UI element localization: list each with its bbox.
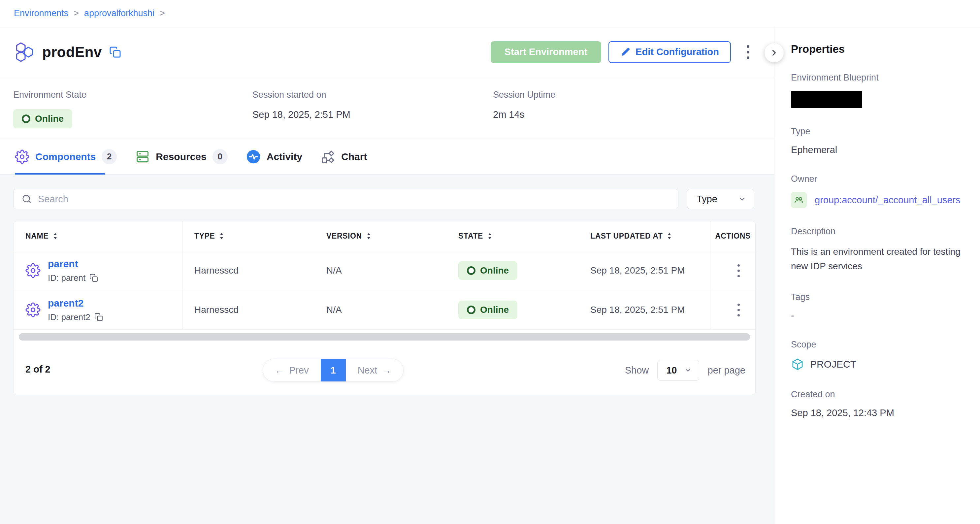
prev-page-button[interactable]: ← Prev — [263, 359, 321, 381]
gear-icon — [25, 302, 41, 317]
chevron-right-icon — [770, 48, 779, 57]
tab-bar: Components 2 Resources 0 A — [0, 139, 774, 175]
page-size-select[interactable]: 10 — [657, 360, 699, 381]
tab-resources[interactable]: Resources 0 — [135, 149, 228, 164]
state-value: Online — [480, 265, 509, 276]
version-cell: N/A — [315, 251, 447, 290]
tab-resources-count: 0 — [213, 149, 228, 164]
start-environment-button[interactable]: Start Environment — [491, 41, 601, 63]
tags-value: - — [791, 310, 967, 321]
blueprint-redacted-value — [791, 91, 862, 108]
table-header-row: NAME TYPE VERSION STATE LAST UPDATED AT … — [14, 221, 755, 251]
component-name-link[interactable]: parent2 — [48, 298, 103, 309]
group-icon — [791, 192, 807, 208]
session-started-label: Session started on — [253, 90, 350, 100]
type-label: Type — [791, 126, 967, 137]
tab-activity-label: Activity — [267, 151, 302, 162]
column-label: TYPE — [194, 232, 215, 240]
created-field: Created on Sep 18, 2025, 12:43 PM — [791, 389, 967, 419]
sort-icon — [367, 233, 371, 240]
type-cell: Harnesscd — [183, 290, 315, 329]
tab-chart[interactable]: Chart — [321, 150, 367, 164]
show-label: Show — [625, 365, 649, 376]
chevron-down-icon — [684, 366, 692, 374]
online-dot-icon — [467, 306, 476, 314]
description-field: Description This is an environment creat… — [791, 226, 967, 274]
column-label: STATE — [458, 232, 483, 240]
activity-icon — [246, 150, 261, 164]
stack-icon — [135, 150, 150, 164]
description-label: Description — [791, 226, 967, 237]
owner-label: Owner — [791, 174, 967, 184]
state-cell: Online — [447, 290, 578, 329]
properties-panel: Properties Environment Blueprint Type Ep… — [774, 27, 980, 524]
session-uptime-label: Session Uptime — [493, 90, 555, 100]
column-label: LAST UPDATED AT — [590, 232, 663, 240]
version-cell: N/A — [315, 290, 447, 329]
page-number-button[interactable]: 1 — [321, 359, 346, 382]
actions-cell — [710, 290, 755, 329]
column-header-state[interactable]: STATE — [447, 221, 578, 251]
column-header-name[interactable]: NAME — [14, 221, 183, 251]
page-size-value: 10 — [666, 365, 677, 376]
arrow-right-icon: → — [382, 365, 391, 376]
blueprint-field: Environment Blueprint — [791, 73, 967, 108]
page-title-group: prodEnv — [14, 41, 491, 63]
header-more-actions-button[interactable] — [742, 41, 754, 64]
search-input[interactable] — [38, 194, 670, 205]
component-name-link[interactable]: parent — [48, 258, 98, 269]
owner-field: Owner group:account/_account_all_users — [791, 174, 967, 208]
created-value: Sep 18, 2025, 12:43 PM — [791, 408, 967, 419]
session-uptime-block: Session Uptime 2m 14s — [493, 90, 555, 120]
column-label: VERSION — [326, 232, 362, 240]
state-cell: Online — [447, 251, 578, 290]
column-header-type[interactable]: TYPE — [183, 221, 315, 251]
breadcrumb-environments[interactable]: Environments — [14, 8, 68, 19]
pencil-icon — [620, 47, 630, 57]
type-value: Ephemeral — [791, 145, 967, 155]
tab-components-count: 2 — [102, 149, 117, 164]
environment-state-block: Environment State Online — [13, 90, 86, 128]
component-id: ID: parent — [48, 273, 86, 283]
type-filter-dropdown[interactable]: Type — [687, 189, 754, 209]
copy-id-icon[interactable] — [94, 313, 103, 322]
name-cell: parent ID: parent — [14, 251, 183, 290]
description-value: This is an environment created for testi… — [791, 245, 967, 274]
collapse-panel-button[interactable] — [765, 43, 784, 62]
tab-components[interactable]: Components 2 — [15, 149, 117, 164]
sort-icon — [220, 233, 224, 240]
copy-title-icon[interactable] — [109, 46, 121, 58]
state-value: Online — [480, 304, 509, 315]
page-size-control: Show 10 per page — [625, 359, 745, 382]
copy-id-icon[interactable] — [89, 274, 98, 282]
properties-title: Properties — [791, 43, 967, 56]
tab-activity[interactable]: Activity — [246, 150, 302, 164]
last-updated-cell: Sep 18, 2025, 2:51 PM — [578, 290, 710, 329]
row-actions-button[interactable] — [733, 260, 745, 282]
column-label: ACTIONS — [715, 232, 751, 240]
environment-hexagons-icon — [14, 41, 35, 63]
edit-configuration-button[interactable]: Edit Configuration — [608, 41, 731, 63]
environment-state-label: Environment State — [13, 90, 86, 100]
column-header-actions: ACTIONS — [710, 221, 755, 251]
column-header-last-updated[interactable]: LAST UPDATED AT — [578, 221, 710, 251]
row-actions-button[interactable] — [733, 299, 745, 321]
breadcrumb-project[interactable]: approvalforkhushi — [84, 8, 154, 19]
page-header: prodEnv Start Environment Edit Configura… — [0, 27, 774, 77]
gear-icon — [25, 263, 41, 278]
name-cell: parent2 ID: parent2 — [14, 290, 183, 329]
horizontal-scrollbar[interactable] — [19, 333, 750, 341]
environment-state-value: Online — [35, 113, 64, 124]
column-header-version[interactable]: VERSION — [315, 221, 447, 251]
online-dot-icon — [22, 115, 30, 123]
owner-group-link[interactable]: group:account/_account_all_users — [815, 195, 961, 205]
component-id: ID: parent2 — [48, 312, 91, 322]
table-row: parent2 ID: parent2 Harnesscd N/A — [14, 290, 755, 330]
gear-icon — [15, 150, 29, 164]
scope-value: PROJECT — [810, 359, 856, 370]
next-page-button[interactable]: Next → — [346, 359, 404, 381]
column-label: NAME — [25, 232, 48, 240]
type-cell: Harnesscd — [183, 251, 315, 290]
tags-field: Tags - — [791, 292, 967, 321]
sort-icon — [667, 233, 671, 240]
